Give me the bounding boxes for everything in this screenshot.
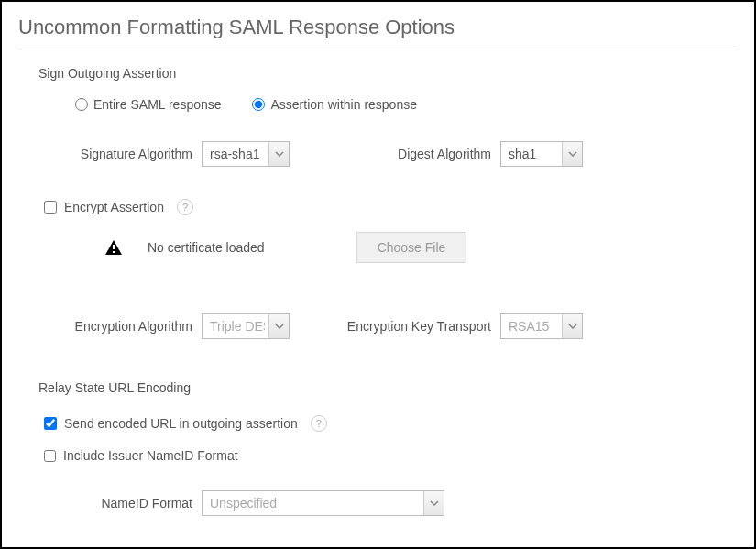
encryption-algorithm-value: Triple DES bbox=[210, 319, 265, 334]
nameid-format-label: NameID Format bbox=[18, 496, 202, 511]
radio-entire-saml[interactable]: Entire SAML response bbox=[75, 97, 222, 112]
radio-assertion-input[interactable] bbox=[252, 98, 265, 111]
encryption-algorithm-select[interactable]: Triple DES bbox=[202, 313, 290, 339]
encrypt-assertion-row: Encrypt Assertion ? bbox=[44, 199, 738, 215]
encryption-algorithm-row: Encryption Algorithm Triple DES Encrypti… bbox=[18, 313, 738, 339]
no-certificate-text: No certificate loaded bbox=[148, 240, 265, 255]
include-issuer-checkbox[interactable] bbox=[44, 450, 56, 462]
encryption-key-transport-value: RSA15 bbox=[509, 319, 558, 334]
certificate-row: No certificate loaded Choose File bbox=[105, 232, 738, 263]
chevron-down-icon bbox=[562, 142, 582, 166]
relay-state-heading: Relay State URL Encoding bbox=[38, 380, 738, 395]
radio-assertion-label: Assertion within response bbox=[270, 97, 417, 112]
signature-algorithm-value: rsa-sha1 bbox=[210, 147, 265, 161]
radio-assertion-within[interactable]: Assertion within response bbox=[252, 97, 417, 112]
radio-entire-input[interactable] bbox=[75, 98, 88, 111]
warning-icon bbox=[105, 240, 122, 255]
chevron-down-icon bbox=[268, 314, 289, 338]
encrypt-assertion-checkbox[interactable] bbox=[44, 201, 57, 214]
svg-rect-1 bbox=[113, 251, 115, 253]
include-issuer-row: Include Issuer NameID Format bbox=[44, 448, 738, 463]
help-icon[interactable]: ? bbox=[177, 199, 193, 215]
signature-algorithm-label: Signature Algorithm bbox=[18, 147, 202, 161]
help-icon[interactable]: ? bbox=[311, 415, 327, 432]
digest-algorithm-select[interactable]: sha1 bbox=[500, 141, 583, 167]
sign-outgoing-heading: Sign Outgoing Assertion bbox=[38, 66, 738, 81]
chevron-down-icon bbox=[562, 314, 582, 338]
chevron-down-icon bbox=[268, 142, 289, 166]
digest-algorithm-value: sha1 bbox=[509, 147, 558, 161]
send-encoded-label: Send encoded URL in outgoing assertion bbox=[64, 416, 298, 431]
radio-entire-label: Entire SAML response bbox=[93, 97, 222, 112]
send-encoded-row: Send encoded URL in outgoing assertion ? bbox=[44, 415, 738, 432]
digest-algorithm-label: Digest Algorithm bbox=[290, 147, 500, 161]
svg-rect-0 bbox=[113, 245, 115, 249]
signature-algorithm-select[interactable]: rsa-sha1 bbox=[202, 141, 290, 167]
encryption-key-transport-select[interactable]: RSA15 bbox=[500, 313, 583, 339]
nameid-format-select[interactable]: Unspecified bbox=[202, 490, 444, 516]
nameid-format-row: NameID Format Unspecified bbox=[18, 490, 738, 516]
chevron-down-icon bbox=[423, 491, 444, 515]
nameid-format-value: Unspecified bbox=[210, 496, 420, 511]
sign-scope-radio-group: Entire SAML response Assertion within re… bbox=[75, 97, 738, 114]
choose-file-button[interactable]: Choose File bbox=[356, 232, 467, 263]
encryption-key-transport-label: Encryption Key Transport bbox=[290, 319, 500, 334]
signature-algorithm-row: Signature Algorithm rsa-sha1 Digest Algo… bbox=[18, 141, 738, 167]
encrypt-assertion-label: Encrypt Assertion bbox=[64, 200, 164, 214]
include-issuer-label: Include Issuer NameID Format bbox=[63, 448, 238, 463]
page-title: Uncommon Formatting SAML Response Option… bbox=[18, 16, 738, 49]
send-encoded-checkbox[interactable] bbox=[44, 417, 57, 430]
encryption-algorithm-label: Encryption Algorithm bbox=[18, 319, 202, 334]
